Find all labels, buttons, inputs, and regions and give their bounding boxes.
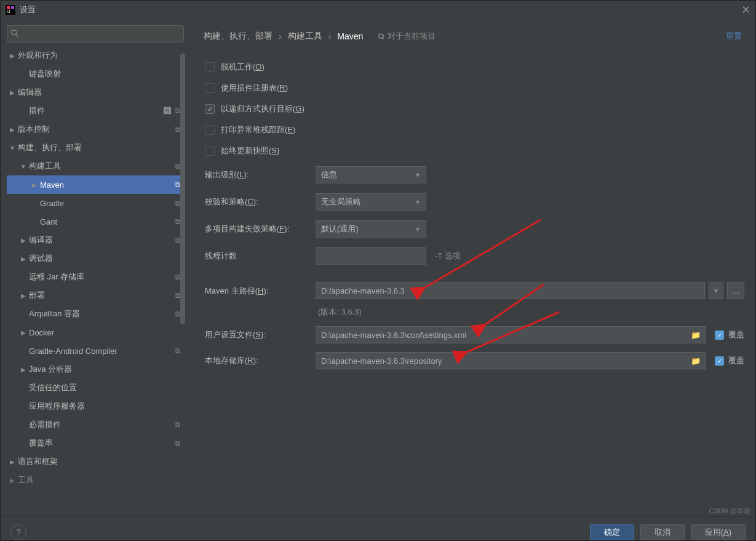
tree-item-tools[interactable]: ▶工具 xyxy=(7,471,185,489)
maven-home-label: Maven 主路径(H): xyxy=(205,282,316,297)
settings-sidebar: ▶外观和行为 键盘映射 ▶编辑器 插件🅰⧉ ▶版本控制⧉ ▼构建、执行、部署 ▼… xyxy=(1,19,190,516)
maven-home-dropdown[interactable]: ▼ xyxy=(709,282,723,299)
local-repo-override[interactable]: 覆盖 xyxy=(715,355,744,366)
check-snapshots[interactable]: 始终更新快照(S) xyxy=(190,140,755,161)
tree-item-compiler[interactable]: ▶编译器⧉ xyxy=(7,231,185,249)
ok-button[interactable]: 确定 xyxy=(590,524,634,541)
local-repo-label: 本地存储库(R): xyxy=(205,355,316,366)
copy-icon: ⧉ xyxy=(175,106,180,115)
project-scope: ⧉ 对于当前项目 xyxy=(378,31,436,42)
folder-icon[interactable]: 📁 xyxy=(691,356,701,366)
tree-item-appearance[interactable]: ▶外观和行为 xyxy=(7,46,185,65)
watermark: CSDN @岑诺 xyxy=(709,507,750,516)
window-title: 设置 xyxy=(20,4,36,15)
checkbox-checked[interactable] xyxy=(205,104,215,114)
tree-item-java-analyzer[interactable]: ▶Java 分析器 xyxy=(7,360,185,379)
copy-icon: ⧉ xyxy=(175,347,180,355)
tree-item-vcs[interactable]: ▶版本控制⧉ xyxy=(7,120,185,138)
checkbox[interactable] xyxy=(205,83,215,93)
checkbox-checked[interactable] xyxy=(715,356,724,366)
caret-down-icon: ▼ xyxy=(415,172,421,178)
output-level-combo[interactable]: 信息▼ xyxy=(316,166,426,183)
threads-input[interactable] xyxy=(316,247,426,265)
check-stacktrace[interactable]: 打印异常堆栈跟踪(E) xyxy=(190,119,755,140)
app-icon: IJ xyxy=(6,5,15,15)
tree-item-build-tools[interactable]: ▼构建工具⧉ xyxy=(7,157,185,175)
settings-tree[interactable]: ▶外观和行为 键盘映射 ▶编辑器 插件🅰⧉ ▶版本控制⧉ ▼构建、执行、部署 ▼… xyxy=(7,46,185,516)
apply-button[interactable]: 应用(A) xyxy=(691,524,746,541)
svg-line-3 xyxy=(16,34,18,37)
copy-icon: ⧉ xyxy=(175,217,180,226)
main-panel: 构建、执行、部署 › 构建工具 › Maven ⧉ 对于当前项目 重置 脱机工作… xyxy=(190,19,755,516)
tree-item-docker[interactable]: ▶Docker xyxy=(7,323,185,342)
chevron-right-icon: › xyxy=(328,31,332,41)
tree-item-app-servers[interactable]: 应用程序服务器 xyxy=(7,397,185,415)
copy-icon: ⧉ xyxy=(175,162,180,170)
copy-icon: ⧉ xyxy=(175,236,180,244)
titlebar: IJ 设置 ✕ xyxy=(1,1,755,19)
checksum-label: 校验和策略(C): xyxy=(205,196,316,207)
caret-down-icon: ▼ xyxy=(415,199,421,206)
tree-item-arquillian[interactable]: Arquillian 容器⧉ xyxy=(7,305,185,323)
checkbox[interactable] xyxy=(205,146,215,156)
maven-home-browse[interactable]: … xyxy=(727,282,744,299)
caret-down-icon: ▼ xyxy=(415,226,421,233)
threads-label: 线程计数 xyxy=(205,250,316,262)
svg-text:IJ: IJ xyxy=(7,9,10,14)
search-input[interactable] xyxy=(7,25,184,42)
tree-item-editor[interactable]: ▶编辑器 xyxy=(7,83,185,102)
cancel-button[interactable]: 取消 xyxy=(640,524,685,541)
copy-icon: ⧉ xyxy=(175,439,180,447)
tree-item-debugger[interactable]: ▶调试器 xyxy=(7,249,185,268)
row-multi-fail: 多项目构建失败策略(F): 默认(通用)▼ xyxy=(190,215,755,242)
multi-fail-label: 多项目构建失败策略(F): xyxy=(205,223,316,234)
check-recursive[interactable]: 以递归方式执行目标(G) xyxy=(190,98,755,119)
user-settings-label: 用户设置文件(S): xyxy=(205,329,316,340)
tree-item-gant[interactable]: Gant⧉ xyxy=(7,212,185,231)
user-settings-input[interactable]: D:\apache-maven-3.6.3\conf\settings.xml … xyxy=(316,326,706,343)
checkbox[interactable] xyxy=(205,125,215,135)
chevron-right-icon: › xyxy=(279,31,282,41)
multi-fail-combo[interactable]: 默认(通用)▼ xyxy=(316,220,426,238)
maven-home-input[interactable]: D:/apache-maven-3.6.3 xyxy=(316,282,705,299)
user-settings-override[interactable]: 覆盖 xyxy=(715,329,744,340)
copy-icon: ⧉ xyxy=(175,125,180,134)
svg-point-2 xyxy=(12,30,17,35)
tree-item-deployment[interactable]: ▶部署⧉ xyxy=(7,286,185,305)
reset-link[interactable]: 重置 xyxy=(726,31,742,42)
tree-item-langs[interactable]: ▶语言和框架 xyxy=(7,452,185,471)
search-icon xyxy=(10,29,19,39)
row-local-repo: 本地存储库(R): D:\apache-maven-3.6.3\reposito… xyxy=(190,352,755,369)
scrollbar[interactable] xyxy=(180,54,185,324)
tree-item-gradle[interactable]: Gradle⧉ xyxy=(7,194,185,212)
tree-item-gradle-android[interactable]: Gradle-Android Compiler⧉ xyxy=(7,342,185,360)
tree-item-keymap[interactable]: 键盘映射 xyxy=(7,65,185,83)
row-user-settings: 用户设置文件(S): D:\apache-maven-3.6.3\conf\se… xyxy=(190,326,755,343)
help-button[interactable]: ? xyxy=(10,524,26,540)
check-offline[interactable]: 脱机工作(O) xyxy=(190,57,755,78)
folder-icon[interactable]: 📁 xyxy=(691,331,701,340)
copy-icon: ⧉ xyxy=(175,310,180,318)
copy-icon: ⧉ xyxy=(175,180,180,189)
breadcrumb-1[interactable]: 构建、执行、部署 xyxy=(204,31,273,42)
lang-icon: 🅰 xyxy=(164,106,171,115)
tree-item-coverage[interactable]: 覆盖率⧉ xyxy=(7,434,185,452)
form-body: 脱机工作(O) 使用插件注册表(R) 以递归方式执行目标(G) 打印异常堆栈跟踪… xyxy=(190,47,755,516)
checkbox[interactable] xyxy=(205,62,215,72)
checkbox-checked[interactable] xyxy=(715,331,724,340)
copy-icon: ⧉ xyxy=(175,273,180,281)
checksum-combo[interactable]: 无全局策略▼ xyxy=(316,193,426,210)
main-header: 构建、执行、部署 › 构建工具 › Maven ⧉ 对于当前项目 重置 xyxy=(190,25,755,47)
tree-item-req-plugins[interactable]: 必需插件⧉ xyxy=(7,415,185,434)
local-repo-input[interactable]: D:\apache-maven-3.6.3\repository 📁 xyxy=(316,352,706,369)
tree-item-maven[interactable]: ▶Maven⧉ xyxy=(7,175,185,194)
footer: ? 确定 取消 应用(A) xyxy=(1,516,755,541)
breadcrumb-2[interactable]: 构建工具 xyxy=(288,31,322,42)
tree-item-plugins[interactable]: 插件🅰⧉ xyxy=(7,102,185,120)
check-plugin-registry[interactable]: 使用插件注册表(R) xyxy=(190,78,755,98)
tree-item-build[interactable]: ▼构建、执行、部署 xyxy=(7,138,185,157)
tree-item-remote-jar[interactable]: 远程 Jar 存储库⧉ xyxy=(7,268,185,286)
row-threads: 线程计数 -T 选项 xyxy=(190,242,755,270)
tree-item-trusted[interactable]: 受信任的位置 xyxy=(7,379,185,397)
close-icon[interactable]: ✕ xyxy=(741,3,750,17)
